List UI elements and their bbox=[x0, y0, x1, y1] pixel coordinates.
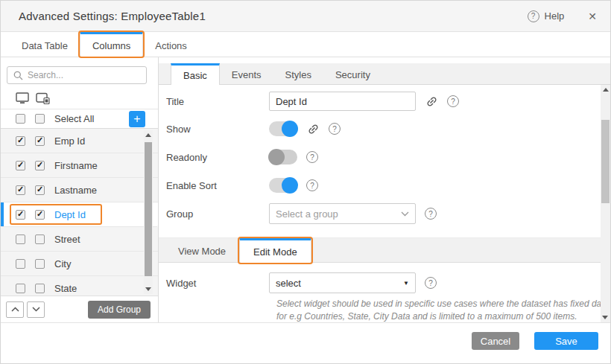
readonly-field-label: Readonly bbox=[166, 152, 269, 163]
column-checkbox-desktop[interactable] bbox=[16, 259, 25, 269]
show-toggle[interactable] bbox=[269, 121, 297, 136]
dialog-title: Advanced Settings: EmployeeTable1 bbox=[19, 10, 528, 22]
main-tab-label: Columns bbox=[92, 40, 130, 51]
mode-tab[interactable]: View Mode bbox=[165, 238, 239, 262]
title-help-icon[interactable] bbox=[447, 95, 459, 107]
dropdown-arrow-icon: ▼ bbox=[403, 280, 409, 287]
tablet-phone-icon[interactable] bbox=[36, 92, 50, 104]
help-button[interactable]: Help bbox=[528, 10, 565, 22]
mode-tab[interactable]: Edit Mode bbox=[239, 238, 311, 263]
readonly-toggle[interactable] bbox=[269, 150, 297, 165]
sidebar-footer: Add Group bbox=[1, 296, 158, 322]
column-list-item[interactable]: City bbox=[1, 252, 158, 276]
mode-tab-label: Edit Mode bbox=[253, 246, 297, 258]
column-checkbox-desktop[interactable] bbox=[16, 234, 25, 244]
column-checkbox-desktop[interactable] bbox=[16, 136, 25, 146]
column-checkbox-mobile[interactable] bbox=[35, 210, 45, 220]
panel-tab[interactable]: Events bbox=[220, 63, 273, 84]
search-icon bbox=[13, 71, 23, 80]
main-tab[interactable]: Data Table bbox=[10, 32, 80, 57]
scroll-up-icon[interactable] bbox=[145, 133, 151, 137]
show-field-label: Show bbox=[166, 124, 269, 135]
sidebar-scroll-thumb[interactable] bbox=[145, 142, 152, 276]
mode-tab-label: View Mode bbox=[178, 246, 226, 257]
group-select-placeholder: Select a group bbox=[276, 208, 338, 220]
panel-scroll-thumb[interactable] bbox=[601, 120, 610, 203]
panel-scroll-up-icon[interactable] bbox=[603, 88, 609, 92]
column-checkbox-mobile[interactable] bbox=[35, 136, 45, 146]
column-checkbox-desktop[interactable] bbox=[16, 161, 25, 170]
bind-link-icon[interactable] bbox=[425, 95, 438, 108]
search-wrap bbox=[1, 57, 158, 90]
device-toggle-row bbox=[1, 90, 158, 109]
panel-tab-label: Security bbox=[335, 69, 370, 80]
select-all-checkbox-mobile[interactable] bbox=[35, 114, 45, 124]
panel-tab[interactable]: Styles bbox=[273, 63, 323, 84]
widget-field-label: Widget bbox=[166, 278, 269, 289]
chevron-down-icon bbox=[401, 211, 409, 217]
add-column-button[interactable]: + bbox=[129, 111, 145, 127]
panel-tab[interactable]: Security bbox=[323, 63, 382, 84]
column-checkbox-mobile[interactable] bbox=[35, 161, 45, 170]
save-button[interactable]: Save bbox=[534, 332, 598, 350]
column-checkbox-desktop[interactable] bbox=[16, 185, 25, 195]
scroll-down-icon[interactable] bbox=[145, 287, 151, 291]
panel-scrollbar[interactable] bbox=[601, 85, 610, 322]
panel-tab-label: Styles bbox=[285, 69, 311, 80]
help-icon bbox=[528, 10, 539, 22]
column-list-item[interactable]: Firstname bbox=[1, 153, 158, 178]
column-list-item[interactable]: Street bbox=[1, 227, 158, 252]
panel-scroll-down-icon[interactable] bbox=[602, 316, 608, 319]
group-help-icon[interactable] bbox=[425, 208, 437, 220]
group-select[interactable]: Select a group bbox=[269, 203, 416, 224]
enable-sort-field-label: Enable Sort bbox=[166, 180, 269, 191]
widget-select[interactable]: select ▼ bbox=[269, 272, 416, 293]
column-checkbox-desktop[interactable] bbox=[16, 284, 25, 293]
settings-panel: Basic Events Styles Security bbox=[159, 57, 610, 322]
close-icon[interactable]: ✕ bbox=[586, 9, 598, 24]
columns-sidebar: Select All + Emp IdFirstnameLastnameDept… bbox=[1, 57, 159, 322]
title-input[interactable] bbox=[269, 92, 416, 111]
column-list-item[interactable]: Dept Id bbox=[1, 202, 158, 227]
main-tab-bar: Data Table Columns Actions bbox=[1, 32, 610, 57]
column-checkbox-desktop[interactable] bbox=[16, 210, 25, 220]
column-list-item[interactable]: Lastname bbox=[1, 178, 158, 202]
move-down-button[interactable] bbox=[27, 301, 45, 318]
main-tab[interactable]: Actions bbox=[143, 32, 199, 57]
column-checkbox-mobile[interactable] bbox=[35, 284, 45, 293]
column-list-item[interactable]: State bbox=[1, 276, 158, 296]
column-item-label: Dept Id bbox=[54, 209, 86, 220]
widget-select-value: select bbox=[276, 278, 301, 289]
column-checkbox-mobile[interactable] bbox=[35, 234, 45, 244]
panel-tab-bar: Basic Events Styles Security bbox=[159, 63, 610, 85]
search-box bbox=[7, 66, 147, 84]
main-tab-label: Data Table bbox=[22, 40, 68, 51]
select-all-row: Select All + bbox=[1, 109, 158, 129]
bind-link-icon[interactable] bbox=[307, 123, 320, 135]
help-label: Help bbox=[545, 10, 565, 22]
move-up-button[interactable] bbox=[6, 301, 24, 318]
column-item-label: State bbox=[54, 283, 77, 294]
group-field-label: Group bbox=[166, 208, 269, 220]
main-tab-label: Actions bbox=[155, 40, 187, 51]
main-tab[interactable]: Columns bbox=[80, 32, 143, 57]
cancel-button[interactable]: Cancel bbox=[472, 332, 519, 350]
sidebar-scrollbar[interactable] bbox=[144, 130, 153, 294]
add-group-button[interactable]: Add Group bbox=[88, 301, 151, 319]
select-all-checkbox-desktop[interactable] bbox=[16, 114, 25, 124]
enable-sort-toggle[interactable] bbox=[269, 178, 297, 193]
show-help-icon[interactable] bbox=[329, 123, 341, 135]
column-item-label: Firstname bbox=[54, 160, 98, 171]
widget-help-icon[interactable] bbox=[425, 277, 437, 289]
column-list-item[interactable]: Emp Id bbox=[1, 129, 158, 153]
column-checkbox-mobile[interactable] bbox=[35, 259, 45, 269]
panel-tab[interactable]: Basic bbox=[171, 63, 220, 85]
dialog-header: Advanced Settings: EmployeeTable1 Help ✕ bbox=[1, 1, 610, 32]
column-item-label: Lastname bbox=[54, 185, 97, 196]
enable-sort-help-icon[interactable] bbox=[306, 179, 318, 191]
desktop-icon[interactable] bbox=[16, 92, 29, 104]
column-checkbox-mobile[interactable] bbox=[35, 185, 45, 195]
panel-tab-label: Events bbox=[232, 69, 262, 80]
readonly-help-icon[interactable] bbox=[306, 151, 318, 163]
search-input[interactable] bbox=[28, 70, 140, 80]
